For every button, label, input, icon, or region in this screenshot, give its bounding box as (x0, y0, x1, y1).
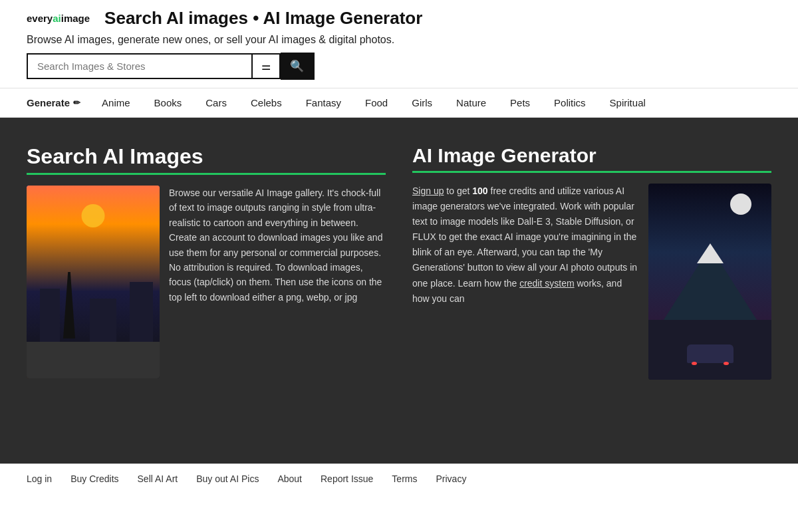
city-road (27, 342, 160, 378)
left-description: Browse our versatile AI Image gallery. I… (169, 186, 386, 305)
search-icon: 🔍 (290, 59, 304, 73)
nav-item-girls[interactable]: Girls (400, 88, 444, 117)
search-row: ⚌ 🔍 (27, 53, 771, 80)
search-button[interactable]: 🔍 (281, 53, 315, 80)
desc-after-bold: free credits and utilize various AI imag… (412, 186, 637, 289)
footer-link-report-issue[interactable]: Report Issue (321, 473, 373, 484)
desc-before-bold: to get (444, 186, 472, 196)
building-2 (90, 299, 116, 342)
left-title-underline (27, 173, 386, 175)
footer-link-about[interactable]: About (277, 473, 302, 484)
tagline: Browse AI images, generate new ones, or … (27, 34, 771, 46)
moon (730, 194, 751, 215)
left-hero-image (27, 186, 160, 378)
logo-ai-highlight: ai (53, 13, 61, 24)
nav-item-books[interactable]: Books (142, 88, 194, 117)
nav-item-pets[interactable]: Pets (498, 88, 542, 117)
free-credits-number: 100 (472, 186, 487, 196)
nav-item-food[interactable]: Food (353, 88, 400, 117)
search-input[interactable] (27, 53, 253, 79)
headlight-left (692, 362, 697, 365)
right-section-title: AI Image Generator (412, 144, 771, 167)
left-column: Search AI Images Browse our versatile AI… (27, 144, 386, 437)
headlight-right (724, 362, 729, 365)
right-description: Sign up to get 100 free credits and util… (412, 184, 639, 307)
credit-system-link[interactable]: credit system (519, 278, 574, 289)
signup-link[interactable]: Sign up (412, 186, 444, 196)
right-text-block: Sign up to get 100 free credits and util… (412, 184, 771, 380)
generate-label: Generate (27, 97, 70, 108)
footer-link-buyout-ai-pics[interactable]: Buy out AI Pics (196, 473, 259, 484)
left-text-block: Browse our versatile AI Image gallery. I… (27, 186, 386, 378)
footer: Log in Buy Credits Sell AI Art Buy out A… (0, 464, 798, 493)
building-3 (130, 282, 153, 342)
nav-generate[interactable]: Generate ✏ (27, 88, 90, 117)
filter-icon: ⚌ (261, 60, 271, 72)
city-tower (63, 272, 75, 338)
right-column: AI Image Generator Sign up to get 100 fr… (412, 144, 771, 437)
site-title: Search AI images • AI Image Generator (104, 8, 422, 29)
nav-item-politics[interactable]: Politics (542, 88, 598, 117)
nav-item-spiritual[interactable]: Spiritual (598, 88, 658, 117)
footer-link-login[interactable]: Log in (27, 473, 52, 484)
night-scene (648, 184, 771, 380)
city-scene (27, 186, 160, 378)
logo-area: everyaiimage (27, 13, 90, 24)
nav-item-celebs[interactable]: Celebs (239, 88, 294, 117)
nav-item-cars[interactable]: Cars (194, 88, 239, 117)
footer-link-terms[interactable]: Terms (392, 473, 417, 484)
footer-link-buy-credits[interactable]: Buy Credits (70, 473, 118, 484)
headlights (692, 362, 729, 365)
footer-link-privacy[interactable]: Privacy (436, 473, 466, 484)
pencil-icon: ✏ (73, 98, 80, 108)
sun (82, 204, 105, 227)
nav-item-fantasy[interactable]: Fantasy (294, 88, 353, 117)
right-title-underline (412, 171, 771, 173)
nav-bar: Generate ✏ Anime Books Cars Celebs Fanta… (0, 88, 798, 118)
building-1 (40, 289, 60, 342)
mountain-snow (697, 243, 724, 263)
header: everyaiimage Search AI images • AI Image… (0, 0, 798, 88)
footer-link-sell-ai-art[interactable]: Sell AI Art (138, 473, 178, 484)
main-content: Search AI Images Browse our versatile AI… (0, 118, 798, 464)
logo-text: everyaiimage (27, 13, 90, 24)
nav-item-anime[interactable]: Anime (90, 88, 142, 117)
left-section-title: Search AI Images (27, 144, 386, 169)
right-hero-image (648, 184, 771, 380)
filter-button[interactable]: ⚌ (253, 53, 281, 79)
nav-item-nature[interactable]: Nature (444, 88, 498, 117)
header-top: everyaiimage Search AI images • AI Image… (27, 8, 771, 29)
car (687, 344, 733, 363)
